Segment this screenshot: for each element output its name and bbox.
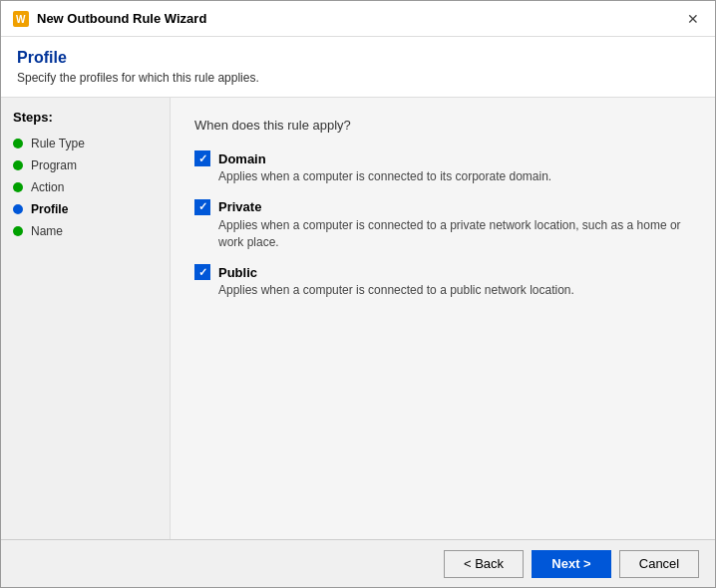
dialog-body: Steps: Rule Type Program Action Profile … <box>1 98 715 539</box>
sidebar-item-rule-type[interactable]: Rule Type <box>1 133 170 154</box>
sidebar-title: Steps: <box>1 110 170 133</box>
option-public-label: Public <box>218 265 257 280</box>
option-group: ✓ Domain Applies when a computer is conn… <box>194 150 691 299</box>
sidebar-item-program[interactable]: Program <box>1 154 170 176</box>
option-public-desc: Applies when a computer is connected to … <box>218 282 691 299</box>
option-domain: ✓ Domain Applies when a computer is conn… <box>194 150 691 185</box>
content-area: When does this rule apply? ✓ Domain Appl… <box>171 98 715 539</box>
checkmark-private: ✓ <box>198 201 207 212</box>
sidebar-item-name[interactable]: Name <box>1 220 170 242</box>
option-private-label: Private <box>218 199 261 214</box>
dialog-header: Profile Specify the profiles for which t… <box>1 37 715 98</box>
step-indicator-rule-type <box>13 139 23 148</box>
dialog-footer: < Back Next > Cancel <box>1 539 715 587</box>
close-button[interactable]: ✕ <box>683 9 703 29</box>
step-indicator-action <box>13 182 23 192</box>
step-indicator-name <box>13 226 23 236</box>
option-private-desc: Applies when a computer is connected to … <box>218 217 691 251</box>
title-bar: W New Outbound Rule Wizard ✕ <box>1 1 715 37</box>
sidebar-label-name: Name <box>31 224 63 238</box>
checkbox-domain[interactable]: ✓ <box>194 150 210 166</box>
sidebar-label-rule-type: Rule Type <box>31 137 85 150</box>
option-domain-desc: Applies when a computer is connected to … <box>218 168 691 185</box>
sidebar-label-program: Program <box>31 158 77 172</box>
sidebar-label-profile: Profile <box>31 202 68 216</box>
option-private: ✓ Private Applies when a computer is con… <box>194 199 691 251</box>
sidebar-label-action: Action <box>31 180 64 194</box>
option-public: ✓ Public Applies when a computer is conn… <box>194 264 691 299</box>
checkmark-domain: ✓ <box>198 153 207 164</box>
step-indicator-program <box>13 160 23 170</box>
sidebar-item-profile[interactable]: Profile <box>1 198 170 220</box>
content-question: When does this rule apply? <box>194 118 691 133</box>
title-bar-left: W New Outbound Rule Wizard <box>13 11 206 27</box>
wizard-icon: W <box>13 11 29 27</box>
dialog-title: New Outbound Rule Wizard <box>37 11 206 26</box>
sidebar-item-action[interactable]: Action <box>1 176 170 198</box>
option-domain-row: ✓ Domain <box>194 150 691 166</box>
sidebar: Steps: Rule Type Program Action Profile … <box>1 98 171 539</box>
cancel-button[interactable]: Cancel <box>619 550 699 578</box>
header-title: Profile <box>17 49 699 67</box>
svg-text:W: W <box>16 14 26 25</box>
header-subtitle: Specify the profiles for which this rule… <box>17 71 699 85</box>
dialog: W New Outbound Rule Wizard ✕ Profile Spe… <box>0 0 716 588</box>
next-button[interactable]: Next > <box>532 550 611 578</box>
step-indicator-profile <box>13 204 23 214</box>
checkbox-private[interactable]: ✓ <box>194 199 210 215</box>
checkmark-public: ✓ <box>198 267 207 278</box>
option-public-row: ✓ Public <box>194 264 691 280</box>
option-domain-label: Domain <box>218 151 266 166</box>
checkbox-public[interactable]: ✓ <box>194 264 210 280</box>
back-button[interactable]: < Back <box>444 550 524 578</box>
option-private-row: ✓ Private <box>194 199 691 215</box>
